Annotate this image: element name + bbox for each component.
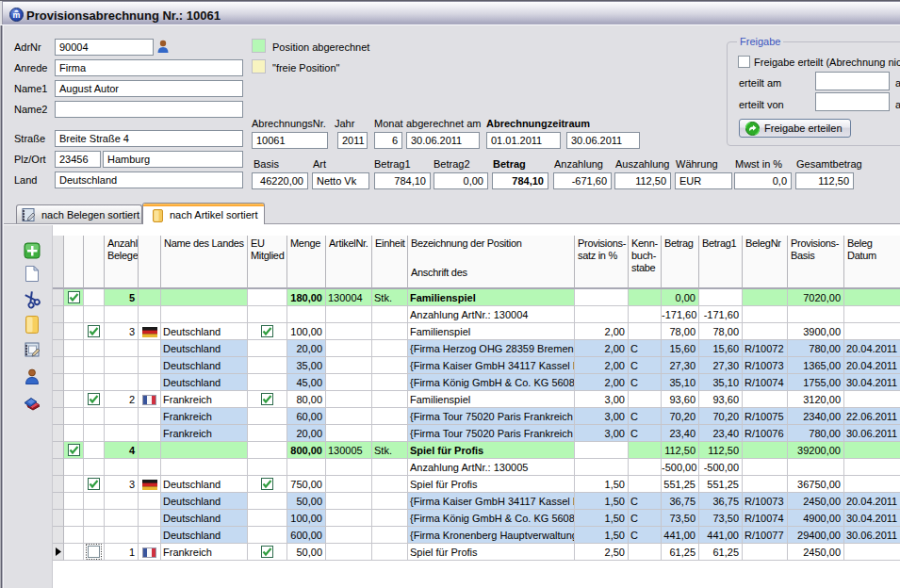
- svg-text:m: m: [13, 10, 21, 20]
